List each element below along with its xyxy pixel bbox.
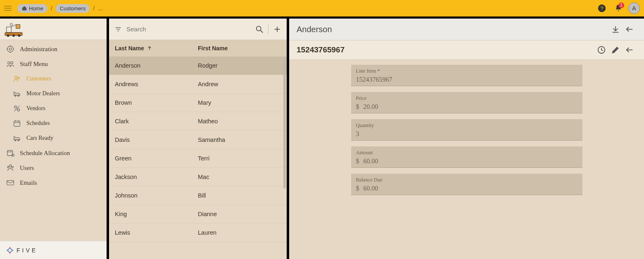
breadcrumb-home[interactable]: Home xyxy=(17,4,48,13)
scrollbar[interactable] xyxy=(283,57,286,188)
table-row[interactable]: JohnsonBill xyxy=(109,186,287,205)
cell-first-name: Andrew xyxy=(198,81,281,87)
svg-point-9 xyxy=(10,23,12,26)
cell-last-name: King xyxy=(115,211,198,217)
detail-subheader: 15243765967 xyxy=(289,40,644,60)
notifications-badge: 1 xyxy=(618,2,624,8)
edit-icon[interactable] xyxy=(608,43,623,57)
svg-point-23 xyxy=(17,109,19,111)
sort-asc-icon xyxy=(147,45,152,51)
svg-point-21 xyxy=(18,95,19,97)
cell-first-name: Mary xyxy=(198,99,281,106)
svg-point-19 xyxy=(17,77,19,79)
svg-point-41 xyxy=(257,26,261,31)
search-input[interactable] xyxy=(126,26,251,33)
table-row[interactable]: AndersonRodger xyxy=(109,57,287,75)
table-row[interactable]: LewisLauren xyxy=(109,224,287,242)
five-logo: FIVE xyxy=(6,246,38,254)
svg-rect-37 xyxy=(7,181,14,185)
svg-rect-25 xyxy=(14,121,20,127)
notifications-icon[interactable]: 1 xyxy=(612,2,625,15)
breadcrumb-ellipsis: ... xyxy=(98,5,103,12)
cell-last-name: Brown xyxy=(115,99,198,106)
sidebar: AdministrationStaff MenuCustomersMotor D… xyxy=(0,19,107,259)
sidebar-nav: AdministrationStaff MenuCustomersMotor D… xyxy=(0,40,107,241)
help-icon[interactable]: ? xyxy=(595,2,608,15)
field-price: Price$ 20.00 xyxy=(351,92,582,113)
sidebar-item-emails[interactable]: Emails xyxy=(0,175,107,190)
field-value: 15243765967 xyxy=(356,76,577,83)
sidebar-item-administration[interactable]: Administration xyxy=(0,42,107,57)
svg-point-18 xyxy=(15,76,17,79)
list-header: Last Name First Name xyxy=(109,40,287,57)
sidebar-item-staff-menu[interactable]: Staff Menu xyxy=(0,57,107,71)
svg-point-3 xyxy=(7,34,10,37)
table-row[interactable]: DavisSamantha xyxy=(109,131,287,149)
nav-icon xyxy=(12,104,21,113)
detail-title: Anderson xyxy=(297,25,332,34)
svg-rect-7 xyxy=(16,24,20,28)
svg-point-33 xyxy=(12,154,14,157)
table-row[interactable]: GreenTerri xyxy=(109,149,287,168)
history-icon[interactable] xyxy=(594,43,608,57)
table-row[interactable]: KingDianne xyxy=(109,205,287,224)
back-icon[interactable] xyxy=(623,22,637,36)
column-last-name[interactable]: Last Name xyxy=(115,45,198,52)
sidebar-item-schedules[interactable]: Schedules xyxy=(0,116,107,131)
add-icon[interactable] xyxy=(273,25,282,34)
table-row[interactable]: JacksonMac xyxy=(109,168,287,186)
sidebar-item-users[interactable]: Users xyxy=(0,160,107,175)
sidebar-item-label: Administration xyxy=(20,46,57,53)
sidebar-item-label: Motor Dealers xyxy=(26,90,60,97)
breadcrumb-sep: / xyxy=(93,5,95,12)
list-toolbar xyxy=(109,19,287,40)
cell-first-name: Mac xyxy=(198,174,281,180)
filter-icon[interactable] xyxy=(114,25,122,33)
breadcrumb-customers[interactable]: Customers xyxy=(56,4,90,13)
cell-last-name: Green xyxy=(115,155,198,162)
search-icon[interactable] xyxy=(255,25,264,34)
sidebar-item-vendors[interactable]: Vendors xyxy=(0,101,107,116)
breadcrumb-customers-label: Customers xyxy=(60,5,86,12)
svg-point-20 xyxy=(15,95,16,97)
field-amount: Amount$ 60.00 xyxy=(351,146,582,168)
table-row[interactable]: AndrewsAndrew xyxy=(109,75,287,94)
field-label: Line Item * xyxy=(356,68,577,74)
nav-icon xyxy=(6,148,15,158)
field-balance-due: Balance Due$ 60.00 xyxy=(351,174,582,195)
sidebar-item-label: Emails xyxy=(20,179,37,186)
avatar-initial: A xyxy=(632,5,636,12)
breadcrumb-sep: / xyxy=(51,5,52,12)
field-value: $ 60.00 xyxy=(356,158,577,165)
nav-icon xyxy=(12,89,21,98)
sidebar-item-customers[interactable]: Customers xyxy=(0,71,107,86)
table-row[interactable]: ClarkMatheo xyxy=(109,112,287,131)
cell-first-name: Rodger xyxy=(198,62,281,69)
svg-point-30 xyxy=(18,140,19,141)
menu-toggle-icon[interactable] xyxy=(4,3,14,13)
svg-rect-6 xyxy=(7,27,12,32)
avatar[interactable]: A xyxy=(628,2,640,14)
sidebar-item-cars-ready[interactable]: Cars Ready xyxy=(0,131,107,146)
field-value: $ 60.00 xyxy=(356,185,577,192)
nav-icon xyxy=(12,134,21,143)
sidebar-item-label: Staff Menu xyxy=(20,61,48,68)
field-value: 3 xyxy=(356,130,577,138)
cell-first-name: Lauren xyxy=(198,229,281,236)
sidebar-item-motor-dealers[interactable]: Motor Dealers xyxy=(0,86,107,101)
svg-point-5 xyxy=(18,34,21,37)
nav-icon xyxy=(12,119,21,128)
svg-point-4 xyxy=(12,34,15,37)
sidebar-item-schedule-allocation[interactable]: Schedule Allocation xyxy=(0,146,107,160)
download-icon[interactable] xyxy=(608,22,623,36)
column-first-name[interactable]: First Name xyxy=(198,45,281,52)
back-icon[interactable] xyxy=(623,43,637,57)
cell-first-name: Terri xyxy=(198,155,281,162)
cell-first-name: Bill xyxy=(198,192,281,199)
table-row[interactable]: BrownMary xyxy=(109,94,287,112)
field-label: Quantity xyxy=(356,122,577,129)
detail-subtitle: 15243765967 xyxy=(297,45,345,54)
customer-list-panel: Last Name First Name AndersonRodgerAndre… xyxy=(109,19,287,259)
app-logo xyxy=(0,19,107,40)
nav-icon xyxy=(6,163,15,172)
